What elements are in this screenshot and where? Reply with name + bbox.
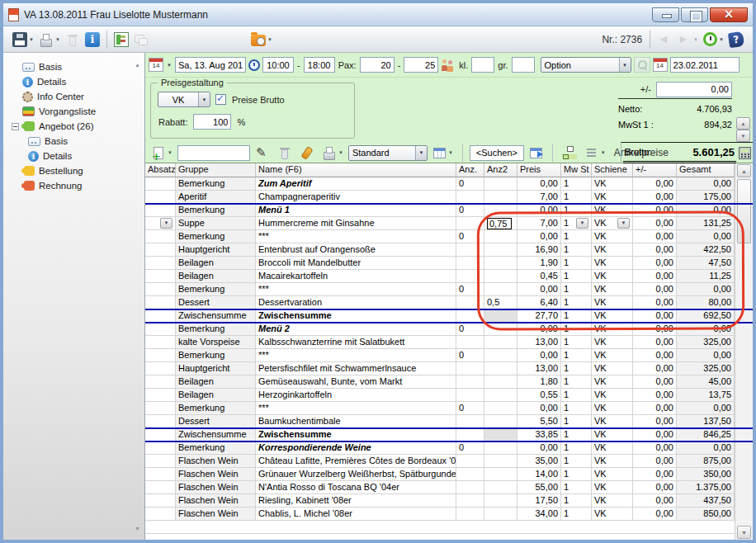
save-button[interactable]: ▼ xyxy=(10,31,36,49)
article-list-button[interactable]: ▼ xyxy=(582,144,608,162)
cell-mwst[interactable]: 1 xyxy=(561,336,592,349)
cell-name[interactable]: Broccoli mit Mandelbutter xyxy=(256,257,456,270)
close-button[interactable] xyxy=(710,7,748,22)
option-date-field[interactable] xyxy=(670,57,739,73)
structure-button[interactable] xyxy=(560,144,579,162)
maximize-button[interactable] xyxy=(681,7,708,22)
cell-anz2[interactable]: 0,5 xyxy=(484,296,517,309)
cell-plusminus[interactable]: 0,00 xyxy=(633,389,677,402)
cell-gesamt[interactable]: 47,50 xyxy=(677,257,735,270)
sidebar-item-basis[interactable]: Basis xyxy=(3,134,144,149)
cell-name[interactable]: Zum Aperitif xyxy=(256,177,456,191)
cell-absatz[interactable] xyxy=(145,455,176,468)
cell-schiene[interactable]: VK xyxy=(592,191,633,204)
cell-absatz[interactable] xyxy=(145,204,176,217)
cell-gruppe[interactable]: Zwischensumme xyxy=(176,428,256,441)
cell-preis[interactable]: 33,85 xyxy=(517,428,561,441)
cell-plusminus[interactable]: 0,00 xyxy=(633,257,677,270)
cell-anz2[interactable] xyxy=(484,494,517,508)
cell-name[interactable]: Champagneraperitiv xyxy=(256,191,456,204)
sidebar-item-vorgangsliste[interactable]: Vorgangsliste xyxy=(3,104,144,119)
forward-button[interactable]: ▼ xyxy=(674,31,701,49)
cell-mwst[interactable]: 1 xyxy=(561,243,592,257)
mwst-spinner[interactable]: ▲ ▼ xyxy=(736,117,750,142)
cell-gruppe[interactable]: Beilagen xyxy=(176,257,256,270)
cell-name[interactable]: Menü 2 xyxy=(256,323,456,336)
cell-anz[interactable]: 0 xyxy=(456,230,484,243)
cell-anz[interactable] xyxy=(456,362,484,375)
cell-mwst[interactable]: 1 xyxy=(561,389,592,402)
cell-anz[interactable] xyxy=(456,296,484,309)
cell-name[interactable]: Petersfischfilet mit Schwammerlnsauce xyxy=(256,362,456,375)
column-header-gruppe[interactable]: Gruppe xyxy=(176,163,256,177)
cell-gesamt[interactable]: 0,00 xyxy=(677,204,735,217)
cell-anz2[interactable] xyxy=(484,177,517,191)
cell-preis[interactable]: 13,00 xyxy=(517,362,561,375)
cell-plusminus[interactable]: 0,00 xyxy=(633,362,677,375)
edit-row-button[interactable] xyxy=(253,144,272,162)
search-input[interactable] xyxy=(470,145,524,161)
rabatt-field[interactable] xyxy=(193,114,231,130)
scroll-down-icon[interactable]: ▼ xyxy=(132,523,143,535)
status-select[interactable]: Option ▼ xyxy=(541,57,631,73)
calendar-icon[interactable]: 14 xyxy=(149,58,163,72)
column-header-[interactable]: +/- xyxy=(633,163,677,177)
cell-schiene[interactable]: VK xyxy=(592,349,633,362)
cell-gruppe[interactable]: Hauptgericht xyxy=(176,362,256,375)
cell-schiene[interactable]: VK xyxy=(592,230,633,243)
cell-mwst[interactable]: 1 xyxy=(561,283,592,296)
cell-anz2[interactable] xyxy=(484,349,517,362)
cell-schiene[interactable]: VK xyxy=(592,283,633,296)
column-header-name-f6[interactable]: Name (F6) xyxy=(256,163,456,177)
history-folder-button[interactable]: ▼ xyxy=(248,31,275,48)
sidebar-item-basis[interactable]: Basis xyxy=(3,59,144,74)
cell-gesamt[interactable]: 846,25 xyxy=(677,428,735,441)
dropdown-button[interactable]: ▼ xyxy=(576,218,588,229)
cell-anz2[interactable] xyxy=(484,336,517,349)
cell-anz[interactable] xyxy=(456,428,484,441)
cell-name[interactable]: Entenbrust auf Orangensoße xyxy=(256,243,456,257)
cell-absatz[interactable] xyxy=(145,508,176,521)
cell-absatz[interactable] xyxy=(145,243,176,257)
cell-preis[interactable]: 0,00 xyxy=(517,204,561,217)
cell-preis[interactable]: 27,70 xyxy=(517,309,561,323)
event-date-field[interactable] xyxy=(175,57,246,73)
cell-preis[interactable]: 13,00 xyxy=(517,336,561,349)
scroll-up-icon[interactable]: ▲ xyxy=(737,164,751,177)
cell-absatz[interactable] xyxy=(145,309,176,323)
cell-gesamt[interactable]: 0,00 xyxy=(677,349,735,362)
cell-gesamt[interactable]: 692,50 xyxy=(677,309,735,323)
cell-gesamt[interactable]: 1.375,00 xyxy=(677,481,735,494)
cell-absatz[interactable] xyxy=(145,336,176,349)
cell-absatz[interactable]: ▼ xyxy=(145,217,176,230)
cell-gesamt[interactable]: 0,00 xyxy=(677,402,735,415)
cell-schiene[interactable]: VK xyxy=(592,362,633,375)
cell-absatz[interactable] xyxy=(145,296,176,309)
cell-anz[interactable] xyxy=(456,415,484,428)
back-button[interactable] xyxy=(654,31,674,49)
help-button[interactable] xyxy=(726,31,746,49)
cell-anz[interactable] xyxy=(456,455,484,468)
cell-mwst[interactable]: 1 xyxy=(561,230,592,243)
cell-anz[interactable] xyxy=(456,191,484,204)
cell-mwst[interactable]: 1 xyxy=(561,362,592,375)
cell-anz[interactable] xyxy=(456,270,484,283)
column-header-schiene[interactable]: Schiene xyxy=(592,163,633,177)
cell-anz2[interactable] xyxy=(484,375,517,389)
cell-plusminus[interactable]: 0,00 xyxy=(633,508,677,521)
cell-name[interactable]: Riesling, Kabinett '08er xyxy=(256,494,456,508)
cell-name[interactable]: Grünauer Wurzelberg Weißherbst, Spätburg… xyxy=(256,468,456,481)
cell-gruppe[interactable]: Bemerkung xyxy=(176,230,256,243)
cell-schiene[interactable]: VK xyxy=(592,270,633,283)
cell-absatz[interactable] xyxy=(145,230,176,243)
cell-preis[interactable]: 0,55 xyxy=(517,389,561,402)
cell-mwst[interactable]: 1 xyxy=(561,204,592,217)
cell-preis[interactable]: 55,00 xyxy=(517,481,561,494)
cell-absatz[interactable] xyxy=(145,415,176,428)
cell-schiene[interactable]: VK xyxy=(592,336,633,349)
column-header-gesamt[interactable]: Gesamt xyxy=(677,163,735,177)
cell-plusminus[interactable]: 0,00 xyxy=(633,191,677,204)
cell-preis[interactable]: 0,00 xyxy=(517,349,561,362)
cell-mwst[interactable]: 1 xyxy=(561,257,592,270)
dropdown-button[interactable]: ▼ xyxy=(160,218,172,229)
